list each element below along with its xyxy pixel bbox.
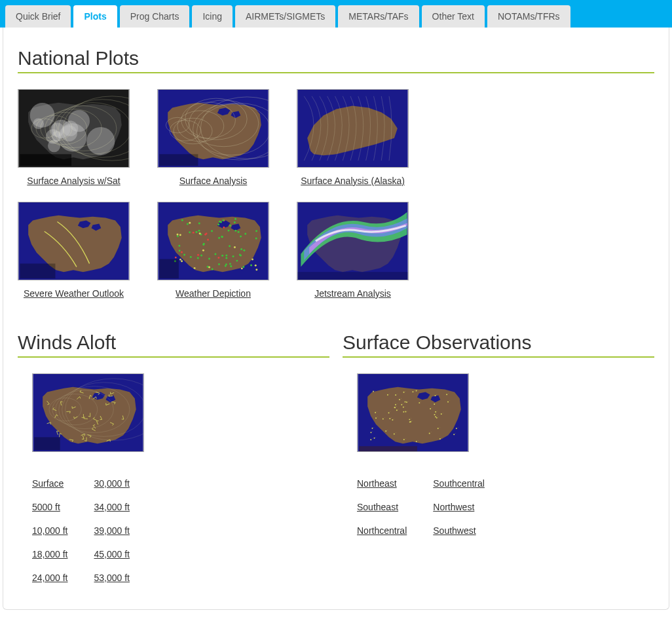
surface-obs-link[interactable]: Northeast bbox=[357, 478, 407, 489]
winds-aloft-link[interactable]: 34,000 ft bbox=[94, 502, 130, 512]
svg-point-266 bbox=[453, 434, 455, 435]
svg-point-90 bbox=[220, 221, 222, 223]
winds-aloft-link[interactable]: 18,000 ft bbox=[32, 549, 68, 559]
winds-aloft-link[interactable]: 30,000 ft bbox=[94, 478, 130, 489]
svg-point-58 bbox=[236, 260, 238, 262]
svg-point-73 bbox=[238, 231, 240, 233]
svg-point-204 bbox=[375, 412, 376, 413]
svg-point-75 bbox=[199, 233, 201, 235]
svg-point-61 bbox=[240, 248, 242, 250]
svg-point-212 bbox=[370, 439, 371, 440]
svg-point-290 bbox=[399, 399, 400, 400]
tab-plots[interactable]: Plots bbox=[73, 5, 117, 28]
plot-link[interactable]: Surface Analysis w/Sat bbox=[27, 176, 120, 186]
svg-point-91 bbox=[239, 254, 241, 256]
winds-aloft-link[interactable]: 53,000 ft bbox=[94, 573, 130, 583]
svg-point-57 bbox=[212, 268, 214, 270]
svg-point-224 bbox=[436, 417, 438, 419]
svg-point-62 bbox=[207, 239, 209, 241]
winds-aloft-link[interactable]: Surface bbox=[32, 478, 68, 489]
tab-bar: Quick BriefPlotsProg ChartsIcingAIRMETs/… bbox=[0, 0, 672, 28]
svg-point-206 bbox=[403, 411, 404, 413]
svg-point-68 bbox=[194, 267, 196, 269]
winds-aloft-link[interactable]: 39,000 ft bbox=[94, 525, 130, 536]
svg-point-250 bbox=[405, 411, 406, 413]
tab-airmets-sigmets[interactable]: AIRMETs/SIGMETs bbox=[235, 5, 335, 28]
winds-aloft-link[interactable]: 5000 ft bbox=[32, 502, 68, 512]
svg-rect-198 bbox=[34, 437, 60, 450]
plot-item: Severe Weather Outlook bbox=[18, 202, 130, 299]
svg-point-236 bbox=[383, 418, 384, 419]
svg-point-107 bbox=[255, 238, 257, 240]
surface-obs-link[interactable]: Southcentral bbox=[433, 478, 485, 489]
svg-point-214 bbox=[430, 408, 431, 409]
svg-point-262 bbox=[374, 438, 375, 439]
plot-link[interactable]: Surface Analysis bbox=[179, 176, 248, 186]
svg-point-67 bbox=[218, 237, 220, 239]
svg-point-274 bbox=[416, 390, 417, 392]
surface-obs-link[interactable]: Southeast bbox=[357, 502, 407, 512]
svg-point-83 bbox=[200, 255, 202, 257]
svg-point-114 bbox=[179, 250, 181, 252]
tab-metars-tafs[interactable]: METARs/TAFs bbox=[338, 5, 419, 28]
svg-point-294 bbox=[396, 409, 398, 411]
winds-aloft-thumbnail[interactable] bbox=[32, 373, 144, 452]
plot-thumbnail[interactable] bbox=[18, 89, 130, 168]
svg-point-70 bbox=[229, 245, 231, 247]
surface-obs-link[interactable]: Southwest bbox=[433, 525, 485, 536]
surface-obs-link[interactable]: Northcentral bbox=[357, 525, 407, 536]
svg-point-216 bbox=[385, 430, 386, 432]
svg-point-49 bbox=[190, 256, 192, 258]
plot-thumbnail[interactable] bbox=[18, 202, 130, 280]
plot-thumbnail[interactable] bbox=[297, 202, 409, 280]
plot-item: Surface Analysis (Alaska) bbox=[297, 89, 409, 186]
plot-thumbnail[interactable] bbox=[297, 89, 409, 168]
svg-point-284 bbox=[394, 433, 395, 434]
svg-point-298 bbox=[392, 419, 393, 421]
svg-point-98 bbox=[206, 233, 208, 235]
winds-aloft-link[interactable]: 24,000 ft bbox=[32, 573, 68, 583]
svg-point-252 bbox=[394, 407, 396, 408]
svg-point-108 bbox=[225, 263, 227, 265]
svg-point-101 bbox=[240, 235, 242, 237]
plot-link[interactable]: Jetstream Analysis bbox=[314, 288, 391, 299]
svg-point-69 bbox=[229, 263, 231, 265]
winds-aloft-link[interactable]: 45,000 ft bbox=[94, 549, 130, 559]
svg-point-117 bbox=[189, 222, 191, 224]
svg-point-100 bbox=[211, 230, 213, 232]
plot-link[interactable]: Weather Depiction bbox=[176, 288, 251, 299]
svg-point-48 bbox=[225, 255, 227, 257]
surface-obs-link[interactable]: Northwest bbox=[433, 502, 485, 512]
svg-point-103 bbox=[252, 259, 253, 261]
svg-point-248 bbox=[403, 392, 405, 393]
svg-point-84 bbox=[223, 227, 225, 229]
svg-point-92 bbox=[208, 267, 210, 269]
svg-point-220 bbox=[403, 407, 404, 408]
svg-point-47 bbox=[234, 218, 236, 220]
surface-obs-thumbnail[interactable]: ········································… bbox=[357, 373, 469, 452]
tab-icing[interactable]: Icing bbox=[192, 5, 233, 28]
svg-point-97 bbox=[234, 230, 236, 232]
tab-quick-brief[interactable]: Quick Brief bbox=[5, 5, 71, 28]
svg-point-77 bbox=[175, 257, 177, 259]
svg-point-93 bbox=[202, 244, 204, 246]
svg-point-282 bbox=[410, 421, 411, 423]
plot-item: Surface Analysis w/Sat bbox=[18, 89, 130, 186]
plot-thumbnail[interactable] bbox=[157, 202, 269, 280]
tab-other-text[interactable]: Other Text bbox=[422, 5, 485, 28]
plot-link[interactable]: Surface Analysis (Alaska) bbox=[301, 176, 405, 186]
svg-point-242 bbox=[403, 439, 405, 440]
svg-point-268 bbox=[409, 419, 410, 420]
svg-rect-36 bbox=[20, 263, 55, 278]
svg-point-59 bbox=[221, 255, 223, 257]
plot-link[interactable]: Severe Weather Outlook bbox=[24, 288, 124, 299]
tab-notams-tfrs[interactable]: NOTAMs/TFRs bbox=[487, 5, 570, 28]
svg-point-110 bbox=[218, 263, 220, 265]
plot-thumbnail[interactable] bbox=[157, 89, 269, 168]
svg-point-210 bbox=[435, 416, 436, 417]
svg-point-208 bbox=[405, 402, 406, 403]
tab-prog-charts[interactable]: Prog Charts bbox=[120, 5, 190, 28]
svg-point-200 bbox=[395, 394, 396, 396]
winds-aloft-link[interactable]: 10,000 ft bbox=[32, 525, 68, 536]
svg-point-95 bbox=[177, 234, 179, 236]
